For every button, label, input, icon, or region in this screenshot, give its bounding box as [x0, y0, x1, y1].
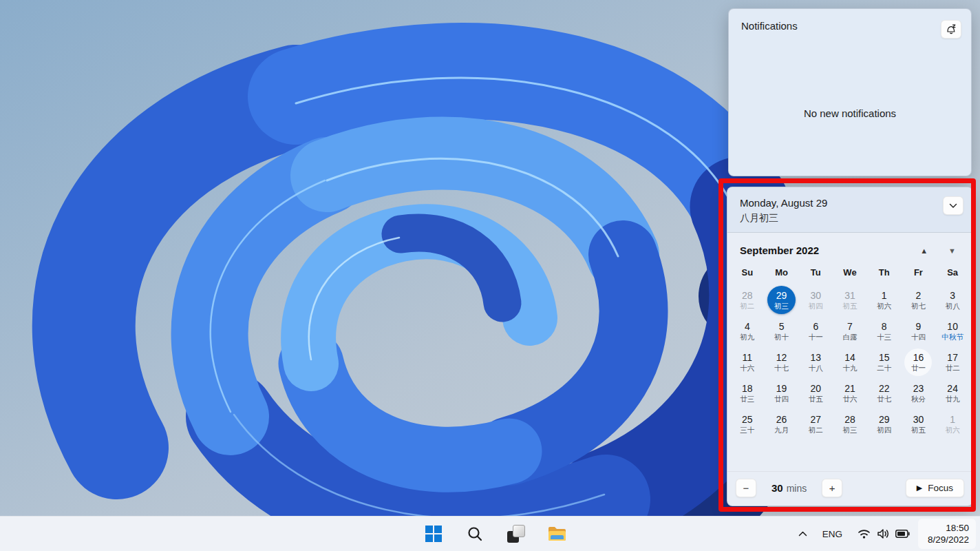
focus-button[interactable]: ▶ Focus: [906, 479, 964, 497]
calendar-day-cell[interactable]: 7白露: [833, 315, 867, 346]
day-number: 9: [916, 322, 922, 331]
calendar-day-cell[interactable]: 14十九: [833, 346, 867, 377]
day-number: 28: [844, 415, 855, 424]
task-view-button[interactable]: [502, 520, 530, 548]
windows-logo-icon: [425, 526, 442, 542]
calendar-day-cell[interactable]: 20廿五: [798, 377, 833, 408]
lunar-day-label: 廿九: [946, 395, 960, 403]
notifications-title: Notifications: [741, 20, 798, 32]
calendar-day-cell[interactable]: 15二十: [867, 346, 902, 377]
decrease-focus-button[interactable]: −: [736, 479, 756, 497]
lunar-day-label: 廿二: [946, 364, 960, 372]
calendar-day-cell[interactable]: 27初二: [798, 408, 833, 439]
search-button[interactable]: [461, 520, 489, 548]
day-number: 15: [879, 353, 890, 362]
lunar-day-label: 初二: [809, 426, 823, 434]
system-tray-button[interactable]: [853, 524, 914, 543]
day-number: 20: [810, 384, 821, 393]
calendar-day-cell[interactable]: 2初七: [902, 284, 936, 315]
calendar-day-cell[interactable]: 22廿七: [867, 377, 902, 408]
calendar-day-cell[interactable]: 1初六: [867, 284, 902, 315]
day-number: 29: [879, 415, 890, 424]
calendar-day-cell[interactable]: 29初四: [867, 408, 902, 439]
calendar-day-cell[interactable]: 6十一: [798, 315, 833, 346]
bell-snooze-icon: [946, 23, 957, 35]
calendar-day-cell[interactable]: 30初五: [902, 408, 936, 439]
lunar-day-label: 初三: [842, 426, 857, 434]
calendar-day-cell[interactable]: 26九月: [765, 408, 799, 439]
calendar-day-cell[interactable]: 31初五: [833, 284, 867, 315]
calendar-day-cell[interactable]: 1初六: [935, 408, 970, 439]
prev-month-button[interactable]: ▲: [916, 245, 932, 256]
calendar-day-cell[interactable]: 21廿六: [833, 377, 867, 408]
next-month-button[interactable]: ▼: [944, 245, 960, 256]
calendar-day-cell[interactable]: 29初三: [765, 284, 799, 315]
calendar-day-cell[interactable]: 16廿一: [902, 346, 936, 377]
calendar-day-cell[interactable]: 18廿三: [730, 377, 765, 408]
weekday-label: Th: [867, 263, 902, 282]
lunar-day-label: 十三: [877, 333, 891, 341]
lunar-day-label: 初五: [842, 302, 857, 310]
increase-focus-button[interactable]: +: [822, 479, 842, 497]
calendar-day-cell[interactable]: 25三十: [730, 408, 765, 439]
weekday-label: Mo: [765, 263, 799, 282]
calendar-day-cell[interactable]: 9十四: [902, 315, 936, 346]
calendar-day-cell[interactable]: 3初八: [935, 284, 970, 315]
day-number: 22: [879, 384, 890, 393]
lunar-day-label: 中秋节: [941, 333, 963, 341]
calendar-day-cell[interactable]: 13十八: [798, 346, 833, 377]
day-number: 13: [810, 353, 821, 362]
desktop: Notifications No new notifications Monda…: [0, 0, 980, 551]
weekday-label: Fr: [902, 263, 936, 282]
day-number: 28: [742, 291, 753, 300]
day-number: 30: [810, 291, 821, 300]
lunar-day-label: 初五: [911, 426, 926, 434]
task-view-icon: [507, 525, 525, 543]
calendar-day-cell[interactable]: 30初四: [798, 284, 833, 315]
calendar-day-cell[interactable]: 28初二: [730, 284, 765, 315]
lunar-day-label: 廿四: [774, 395, 789, 403]
calendar-day-cell[interactable]: 23秋分: [902, 377, 936, 408]
hidden-icons-button[interactable]: [794, 527, 811, 541]
lunar-day-label: 秋分: [911, 395, 926, 403]
lunar-day-label: 廿五: [809, 395, 823, 403]
day-number: 27: [810, 415, 821, 424]
search-icon: [467, 526, 483, 542]
day-number: 3: [950, 291, 955, 300]
lunar-day-label: 初三: [774, 302, 789, 310]
lunar-day-label: 初六: [946, 426, 960, 434]
day-number: 2: [916, 291, 922, 300]
lunar-day-label: 十六: [740, 364, 754, 372]
lunar-day-label: 初七: [911, 302, 926, 310]
day-number: 14: [844, 353, 855, 362]
battery-icon: [895, 530, 910, 538]
calendar-day-cell[interactable]: 12十七: [765, 346, 799, 377]
focus-duration-label: 30mins: [771, 482, 807, 494]
lunar-day-label: 初十: [774, 333, 789, 341]
calendar-day-cell[interactable]: 24廿九: [935, 377, 970, 408]
day-number: 18: [742, 384, 753, 393]
weekday-label: Su: [730, 263, 765, 282]
day-number: 17: [947, 353, 958, 362]
calendar-day-cell[interactable]: 19廿四: [765, 377, 799, 408]
clock-button[interactable]: 18:50 8/29/2022: [918, 519, 976, 549]
calendar-day-cell[interactable]: 11十六: [730, 346, 765, 377]
calendar-date-header: Monday, August 29 八月初三: [727, 187, 972, 233]
calendar-day-cell[interactable]: 10中秋节: [935, 315, 970, 346]
calendar-day-cell[interactable]: 17廿二: [935, 346, 970, 377]
focus-session-bar: − 30mins + ▶ Focus: [727, 471, 972, 506]
calendar-day-cell[interactable]: 4初九: [730, 315, 765, 346]
collapse-calendar-button[interactable]: [943, 196, 963, 215]
calendar-day-cell[interactable]: 5初十: [765, 315, 799, 346]
lunar-day-label: 十八: [809, 364, 823, 372]
lunar-day-label: 二十: [877, 364, 891, 372]
calendar-day-cell[interactable]: 8十三: [867, 315, 902, 346]
lunar-day-label: 十九: [842, 364, 857, 372]
notification-settings-button[interactable]: [941, 20, 961, 39]
weekday-header-row: SuMoTuWeThFrSa: [727, 259, 972, 282]
calendar-day-cell[interactable]: 28初三: [833, 408, 867, 439]
day-number: 21: [844, 384, 855, 393]
file-explorer-button[interactable]: [544, 520, 571, 548]
start-button[interactable]: [420, 520, 447, 548]
language-indicator[interactable]: ENG: [816, 525, 849, 543]
